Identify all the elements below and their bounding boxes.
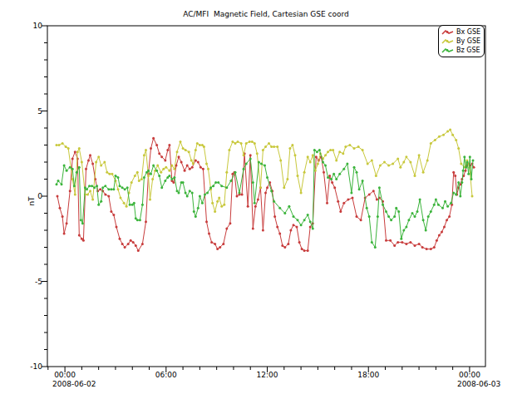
data-point [395, 207, 397, 209]
data-point [464, 170, 466, 172]
data-point [137, 249, 140, 252]
data-point [176, 150, 179, 153]
y-axis-title: nT [27, 196, 36, 206]
data-point [56, 144, 58, 146]
data-point [405, 225, 407, 228]
data-point [298, 241, 301, 244]
data-point [220, 185, 223, 187]
plot-canvas: -10-50510nT00:002008-06-0206:0012:0018:0… [0, 0, 532, 399]
data-point [147, 175, 150, 177]
data-point [202, 168, 204, 170]
data-point [317, 163, 319, 165]
data-point [71, 168, 74, 170]
data-point [249, 154, 252, 156]
data-point [287, 243, 289, 245]
data-point [371, 159, 373, 161]
legend-marker-dot [446, 40, 449, 42]
data-point [357, 145, 360, 148]
data-point [297, 175, 299, 177]
data-point [204, 193, 206, 195]
data-point [426, 248, 428, 250]
data-point [74, 150, 76, 153]
data-point [291, 144, 293, 146]
x-tick-label: 18:00 [357, 371, 379, 379]
data-point [257, 199, 259, 201]
data-point [135, 244, 137, 247]
data-point [160, 155, 163, 158]
data-point [243, 154, 245, 156]
data-point [446, 219, 448, 221]
data-point [222, 243, 224, 245]
data-point [430, 248, 432, 250]
data-point [197, 161, 200, 164]
data-point [333, 186, 336, 189]
data-point [297, 219, 299, 221]
data-point [330, 178, 332, 180]
data-point [126, 186, 129, 189]
data-point [289, 229, 292, 232]
data-point [278, 207, 281, 209]
data-point [195, 159, 197, 161]
data-point [69, 166, 71, 169]
data-point [121, 243, 124, 245]
data-point [294, 154, 297, 156]
data-point [293, 224, 295, 226]
data-point [206, 191, 209, 194]
data-point [145, 149, 147, 151]
data-point [220, 205, 223, 208]
data-point [471, 195, 474, 198]
data-point [375, 175, 377, 177]
data-point [223, 204, 225, 206]
data-point [286, 178, 288, 180]
data-point [141, 204, 144, 206]
data-point [80, 219, 82, 221]
legend-marker-dot [446, 31, 449, 33]
data-point [162, 168, 165, 170]
data-point [367, 163, 369, 165]
data-point [283, 186, 285, 189]
data-point [457, 181, 460, 184]
data-point [324, 165, 327, 167]
data-point [76, 171, 78, 174]
data-point [438, 135, 441, 138]
data-point [86, 193, 89, 195]
data-point [81, 161, 83, 164]
data-point [324, 154, 327, 156]
x-tick-label: 00:00 [459, 371, 480, 379]
data-point [73, 185, 76, 187]
y-tick-label: 0 [37, 192, 42, 200]
data-point [199, 144, 201, 146]
bx-line-sample-icon [441, 29, 454, 36]
data-point [130, 239, 132, 242]
data-point [300, 224, 303, 226]
data-point [353, 147, 356, 150]
data-point [236, 195, 239, 198]
data-point [338, 173, 341, 175]
y-tick-label: 5 [37, 107, 42, 116]
data-point [312, 154, 314, 156]
data-point [104, 185, 106, 187]
data-point [448, 215, 451, 218]
data-point [362, 180, 364, 182]
data-point [78, 147, 81, 150]
data-point [91, 199, 94, 201]
data-point [143, 154, 145, 156]
data-point [436, 239, 438, 242]
data-point [416, 210, 419, 213]
data-point [437, 204, 440, 206]
data-point [62, 142, 64, 145]
data-point [309, 225, 312, 228]
data-point [189, 190, 191, 192]
data-point [249, 140, 251, 143]
data-point [307, 249, 309, 252]
data-point [283, 212, 286, 214]
data-point [422, 219, 425, 221]
data-point [225, 171, 228, 174]
data-point [139, 219, 141, 221]
data-point [152, 165, 155, 167]
data-point [316, 150, 318, 153]
data-point [158, 175, 160, 177]
data-point [166, 149, 169, 151]
data-point [89, 154, 91, 156]
data-point [348, 144, 351, 146]
